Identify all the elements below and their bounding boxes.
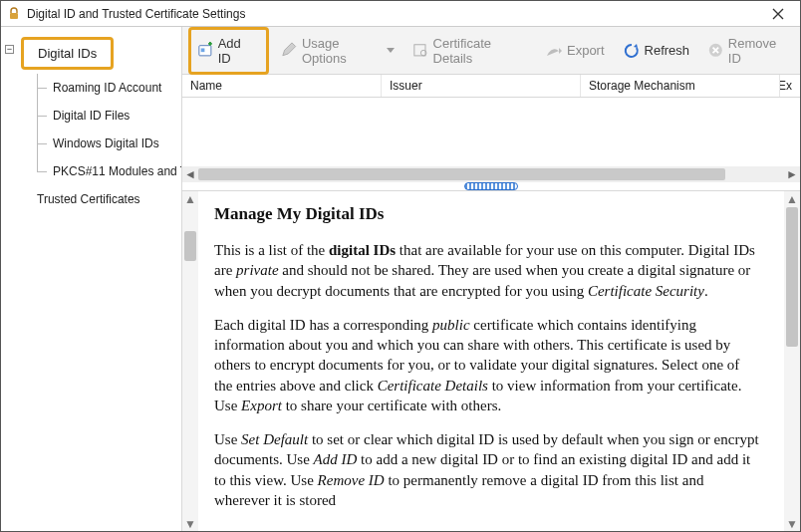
sidebar-item-digital-ids[interactable]: Digital IDs: [21, 37, 114, 70]
refresh-button[interactable]: Refresh: [617, 38, 696, 64]
add-id-icon: [197, 42, 214, 60]
export-icon: [545, 42, 563, 60]
scroll-thumb[interactable]: [198, 168, 725, 180]
help-left-scrollbar[interactable]: ▲ ▼: [182, 191, 198, 532]
sidebar-item-windows-digital-ids[interactable]: Windows Digital IDs: [1, 130, 181, 157]
sidebar-item-roaming-id[interactable]: Roaming ID Account: [1, 74, 181, 102]
help-paragraph-3: Use Set Default to set or clear which di…: [214, 429, 760, 510]
usage-options-button[interactable]: Usage Options: [275, 32, 400, 70]
pencil-icon: [281, 42, 298, 60]
svg-rect-1: [199, 46, 211, 56]
scroll-up-icon[interactable]: ▲: [182, 191, 198, 207]
window-title: Digital ID and Trusted Certificate Setti…: [27, 7, 762, 21]
h-scrollbar[interactable]: ◄ ►: [182, 166, 800, 182]
add-id-button[interactable]: Add ID: [188, 27, 269, 75]
help-heading: Manage My Digital IDs: [214, 203, 760, 226]
close-button[interactable]: [762, 1, 794, 27]
titlebar: Digital ID and Trusted Certificate Setti…: [1, 1, 800, 27]
sidebar-item-pkcs11[interactable]: PKCS#11 Modules and Tokens: [1, 157, 181, 185]
help-paragraph-2: Each digital ID has a corresponding publ…: [214, 315, 760, 415]
scroll-thumb[interactable]: [786, 207, 798, 347]
remove-id-label: Remove ID: [728, 36, 788, 66]
scroll-right-icon[interactable]: ►: [784, 166, 800, 182]
certificate-details-label: Certificate Details: [433, 36, 527, 66]
scroll-thumb[interactable]: [184, 231, 196, 261]
scroll-down-icon[interactable]: ▼: [182, 516, 198, 532]
toolbar: Add ID Usage Options Certificate Details: [182, 27, 800, 75]
refresh-icon: [623, 42, 641, 60]
scroll-up-icon[interactable]: ▲: [784, 191, 800, 207]
help-right-scrollbar[interactable]: ▲ ▼: [784, 191, 800, 532]
column-storage[interactable]: Storage Mechanism: [581, 75, 780, 97]
gripper-icon: [464, 182, 518, 190]
certificate-icon: [412, 42, 429, 60]
help-panel: ▲ ▼ Manage My Digital IDs This is a list…: [182, 190, 800, 532]
column-expiry[interactable]: Ex: [780, 75, 800, 97]
lock-icon: [7, 7, 21, 21]
splitter-handle[interactable]: [182, 182, 800, 190]
remove-id-button[interactable]: Remove ID: [701, 32, 794, 70]
scroll-track[interactable]: [198, 166, 784, 182]
sidebar-item-trusted-certificates[interactable]: Trusted Certificates: [1, 185, 181, 213]
scroll-down-icon[interactable]: ▼: [784, 516, 800, 532]
usage-options-label: Usage Options: [302, 36, 381, 66]
tree-collapse-icon[interactable]: −: [5, 45, 14, 54]
export-button[interactable]: Export: [539, 38, 611, 64]
scroll-left-icon[interactable]: ◄: [182, 166, 198, 182]
help-paragraph-1: This is a list of the digital IDs that a…: [214, 240, 760, 301]
certificate-details-button[interactable]: Certificate Details: [406, 32, 533, 70]
grid-header: Name Issuer Storage Mechanism Ex: [182, 75, 800, 98]
export-label: Export: [567, 43, 605, 58]
column-issuer[interactable]: Issuer: [382, 75, 581, 97]
svg-rect-2: [201, 49, 205, 53]
add-id-label: Add ID: [218, 36, 255, 66]
column-name[interactable]: Name: [182, 75, 382, 97]
remove-icon: [707, 42, 724, 60]
grid-body: ◄ ►: [182, 98, 800, 182]
svg-rect-0: [10, 13, 18, 19]
refresh-label: Refresh: [645, 43, 690, 58]
sidebar: − Digital IDs Roaming ID Account Digital…: [1, 27, 182, 532]
sidebar-item-digital-id-files[interactable]: Digital ID Files: [1, 102, 181, 130]
chevron-down-icon: [387, 48, 395, 53]
help-content: Manage My Digital IDs This is a list of …: [198, 191, 784, 532]
